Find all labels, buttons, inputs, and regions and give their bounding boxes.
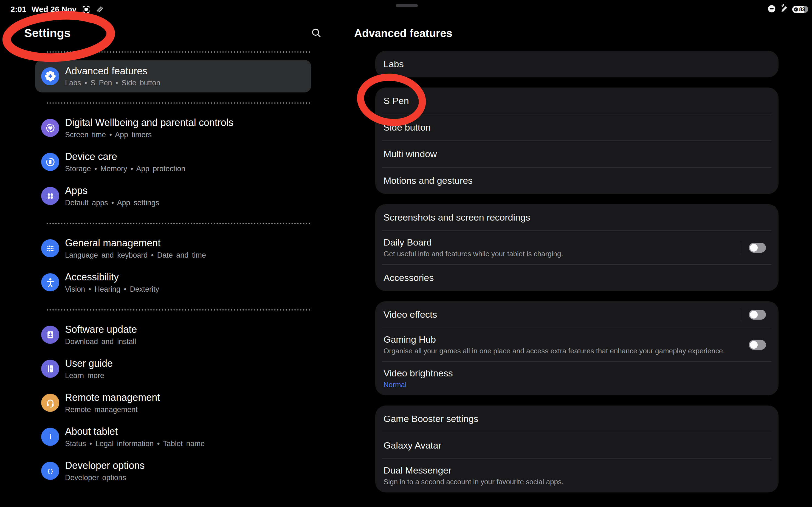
feature-row-screenshots-and-screen-recordings[interactable]: Screenshots and screen recordings — [375, 204, 778, 231]
feature-row-video-effects[interactable]: Video effects — [375, 301, 778, 328]
sidebar-item-accessibility[interactable]: AccessibilityVision • Hearing • Dexterit… — [35, 265, 311, 299]
feature-row-motions-and-gestures[interactable]: Motions and gestures — [375, 167, 778, 194]
row-separator — [382, 264, 771, 265]
signal-hatch-icon — [96, 5, 104, 13]
dotted-divider — [47, 309, 311, 311]
wellbeing-icon — [41, 119, 59, 137]
feature-row-side-button[interactable]: Side button — [375, 114, 778, 141]
menu-item-title: About tablet — [65, 426, 205, 437]
toggle-divider — [741, 308, 741, 321]
feature-row-dual-messenger[interactable]: Dual MessengerSign in to a second accoun… — [375, 459, 778, 493]
menu-item-title: Developer options — [65, 459, 144, 471]
headset-icon — [41, 394, 59, 412]
menu-item-title: Device care — [65, 151, 185, 162]
sidebar-item-advanced-features[interactable]: Advanced featuresLabs • S Pen • Side but… — [35, 60, 311, 93]
feature-label: S Pen — [384, 96, 766, 106]
device-care-icon — [41, 153, 59, 171]
row-separator — [382, 114, 771, 114]
row-separator — [382, 432, 771, 432]
menu-item-subtitle: Labs • S Pen • Side button — [65, 79, 161, 87]
feature-label: Labs — [384, 59, 766, 69]
feature-row-gaming-hub[interactable]: Gaming HubOrganise all your games all in… — [375, 328, 778, 361]
sliders-icon — [41, 239, 59, 257]
feature-label: Daily Board — [384, 237, 741, 248]
menu-item-subtitle: Status • Legal information • Tablet name — [65, 440, 205, 448]
settings-menu-group: General managementLanguage and keyboard … — [35, 231, 311, 299]
toggle-daily-board[interactable] — [749, 243, 766, 253]
dotted-divider — [47, 223, 311, 224]
feature-row-daily-board[interactable]: Daily BoardGet useful info and features … — [375, 231, 778, 265]
feature-sublabel: Normal — [384, 381, 766, 389]
status-time: 2:01 — [10, 5, 26, 14]
search-button[interactable] — [309, 26, 324, 41]
sidebar-item-about-tablet[interactable]: iAbout tabletStatus • Legal information … — [35, 420, 311, 454]
svg-text:?: ? — [50, 367, 52, 371]
menu-item-subtitle: Download and install — [65, 337, 137, 346]
sidebar-item-remote-management[interactable]: Remote managementRemote management — [35, 386, 311, 420]
s-pen-icon — [779, 4, 789, 14]
settings-card: Video effectsGaming HubOrganise all your… — [375, 301, 778, 395]
menu-item-title: User guide — [65, 357, 113, 369]
status-date: Wed 26 Nov — [32, 5, 76, 14]
sidebar-item-apps[interactable]: AppsDefault apps • App settings — [35, 179, 311, 213]
feature-label: Screenshots and screen recordings — [384, 212, 766, 223]
svg-text:i: i — [49, 433, 51, 441]
sidebar-item-user-guide[interactable]: ?User guideLearn more — [35, 352, 311, 386]
menu-item-subtitle: Learn more — [65, 372, 113, 380]
window-drag-handle[interactable] — [396, 4, 418, 7]
row-separator — [382, 458, 771, 459]
sidebar-item-software-update[interactable]: Software updateDownload and install — [35, 318, 311, 352]
menu-item-subtitle: Default apps • App settings — [65, 199, 159, 207]
toggle-knob — [750, 341, 758, 349]
menu-item-title: Software update — [65, 324, 137, 335]
menu-item-title: Apps — [65, 185, 159, 196]
gear-plus-icon — [41, 67, 59, 85]
dotted-divider — [47, 51, 311, 53]
settings-menu-group: Advanced featuresLabs • S Pen • Side but… — [35, 60, 311, 93]
menu-item-subtitle: Remote management — [65, 405, 160, 414]
row-separator — [382, 361, 771, 362]
toggle-knob — [750, 244, 758, 251]
leaf-icon — [793, 7, 799, 12]
apps-icon — [41, 187, 59, 205]
status-bar-left: 2:01 Wed 26 Nov — [10, 3, 104, 15]
settings-menu-group: Digital Wellbeing and parental controlsS… — [35, 111, 311, 213]
settings-card: Game Booster settingsGalaxy AvatarDual M… — [375, 405, 778, 493]
search-icon — [310, 26, 324, 41]
feature-row-labs[interactable]: Labs — [375, 51, 778, 77]
software-update-icon — [41, 326, 59, 344]
feature-label: Game Booster settings — [384, 413, 766, 424]
settings-card: S PenSide buttonMulti windowMotions and … — [375, 88, 778, 194]
feature-row-accessories[interactable]: Accessories — [375, 265, 778, 291]
feature-row-video-brightness[interactable]: Video brightnessNormal — [375, 361, 778, 395]
menu-item-title: Remote management — [65, 392, 160, 403]
feature-row-game-booster-settings[interactable]: Game Booster settings — [375, 405, 778, 432]
feature-sublabel: Get useful info and features while your … — [384, 250, 741, 258]
menu-item-subtitle: Vision • Hearing • Dexterity — [65, 285, 159, 293]
feature-label: Accessories — [384, 272, 766, 283]
sidebar-item-general-management[interactable]: General managementLanguage and keyboard … — [35, 231, 311, 265]
feature-row-galaxy-avatar[interactable]: Galaxy Avatar — [375, 432, 778, 459]
sidebar-item-digital-wellbeing-and-parental-controls[interactable]: Digital Wellbeing and parental controlsS… — [35, 111, 311, 145]
menu-item-subtitle: Language and keyboard • Date and time — [65, 251, 206, 260]
feature-label: Motions and gestures — [384, 175, 766, 186]
toggle-knob — [750, 311, 758, 319]
feature-row-multi-window[interactable]: Multi window — [375, 141, 778, 167]
menu-item-subtitle: Developer options — [65, 473, 144, 482]
row-separator — [382, 230, 771, 231]
sidebar-item-device-care[interactable]: Device careStorage • Memory • App protec… — [35, 145, 311, 179]
settings-menu-group: Software updateDownload and install ?Use… — [35, 318, 311, 488]
sidebar-item-developer-options[interactable]: { }Developer optionsDeveloper options — [35, 454, 311, 488]
feature-row-s-pen[interactable]: S Pen — [375, 88, 778, 114]
battery-indicator: 83 — [792, 6, 808, 13]
advanced-features-detail: LabsS PenSide buttonMulti windowMotions … — [375, 51, 778, 503]
toggle-divider — [741, 242, 741, 254]
feature-label: Dual Messenger — [384, 465, 766, 476]
do-not-disturb-icon — [767, 4, 776, 14]
page-title: Settings — [24, 26, 71, 40]
toggle-video-effects[interactable] — [749, 310, 766, 320]
feature-label: Galaxy Avatar — [384, 440, 766, 451]
accessibility-icon — [41, 273, 59, 291]
menu-item-subtitle: Screen time • App timers — [65, 130, 233, 139]
toggle-gaming-hub[interactable] — [749, 340, 766, 350]
